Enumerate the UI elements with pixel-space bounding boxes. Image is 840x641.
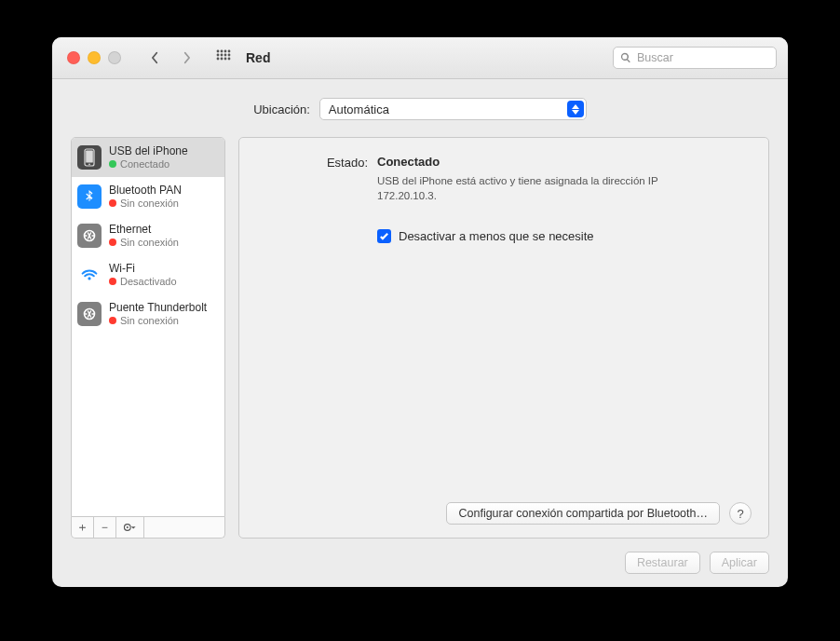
search-field[interactable]: Buscar xyxy=(613,47,777,69)
status-row: Estado: Conectado USB del iPhone está ac… xyxy=(256,155,752,203)
interface-actions-button[interactable] xyxy=(116,517,144,538)
wifi-icon xyxy=(77,263,102,287)
location-popup[interactable]: Automática xyxy=(319,98,587,120)
detail-bottom-bar: Configurar conexión compartida por Bluet… xyxy=(256,502,752,525)
preferences-window: Red Buscar Ubicación: Automática xyxy=(52,37,788,587)
window-controls xyxy=(67,51,121,64)
svg-point-3 xyxy=(228,49,231,52)
interface-item-wifi[interactable]: Wi-Fi Desactivado xyxy=(72,255,224,294)
apply-button[interactable]: Aplicar xyxy=(710,552,769,574)
gear-menu-icon xyxy=(123,523,138,532)
revert-button[interactable]: Restaurar xyxy=(625,552,700,574)
interface-status: Sin conexión xyxy=(120,315,179,327)
location-value: Automática xyxy=(329,102,389,116)
search-placeholder: Buscar xyxy=(637,51,673,64)
svg-point-5 xyxy=(221,53,224,56)
status-value: Conectado xyxy=(377,155,752,169)
interface-status: Sin conexión xyxy=(120,237,179,249)
status-key: Estado: xyxy=(256,155,368,203)
minimize-window-button[interactable] xyxy=(88,51,101,64)
back-button[interactable] xyxy=(143,47,166,69)
popup-arrows-icon xyxy=(567,101,584,117)
svg-point-7 xyxy=(228,53,231,56)
svg-rect-13 xyxy=(86,151,93,163)
interface-sidebar: USB del iPhone Conectado Bluetooth PAN S… xyxy=(71,137,225,539)
location-row: Ubicación: Automática xyxy=(71,98,769,120)
interface-item-ethernet[interactable]: Ethernet Sin conexión xyxy=(72,216,224,255)
svg-point-2 xyxy=(224,49,227,52)
interface-item-iphone-usb[interactable]: USB del iPhone Conectado xyxy=(72,138,224,177)
svg-point-1 xyxy=(221,49,224,52)
svg-point-6 xyxy=(224,53,227,56)
status-dot-icon xyxy=(109,278,116,285)
status-dot-icon xyxy=(109,317,116,324)
titlebar: Red Buscar xyxy=(52,37,788,79)
interface-name: Puente Thunderbolt xyxy=(109,302,207,315)
help-button[interactable]: ? xyxy=(729,502,752,525)
forward-button xyxy=(175,47,197,69)
svg-point-18 xyxy=(126,526,128,528)
window-title: Red xyxy=(246,50,270,65)
status-dot-icon xyxy=(109,239,116,246)
svg-point-9 xyxy=(221,57,224,60)
ethernet-icon xyxy=(77,224,102,248)
interface-name: Wi-Fi xyxy=(109,263,177,276)
status-dot-icon xyxy=(109,199,116,207)
interface-name: USB del iPhone xyxy=(109,145,188,158)
add-interface-button[interactable]: ＋ xyxy=(72,517,94,538)
configure-bluetooth-button[interactable]: Configurar conexión compartida por Bluet… xyxy=(446,502,720,525)
svg-point-14 xyxy=(88,163,90,165)
interface-name: Bluetooth PAN xyxy=(109,184,182,198)
disable-unless-needed-row[interactable]: Desactivar a menos que se necesite xyxy=(377,229,752,243)
svg-point-11 xyxy=(228,57,231,60)
interface-status: Sin conexión xyxy=(120,198,179,210)
interface-item-bluetooth-pan[interactable]: Bluetooth PAN Sin conexión xyxy=(72,177,224,216)
footer-buttons: Restaurar Aplicar xyxy=(71,552,769,574)
columns: USB del iPhone Conectado Bluetooth PAN S… xyxy=(71,137,769,539)
checkbox-label: Desactivar a menos que se necesite xyxy=(399,229,594,243)
interface-status: Desactivado xyxy=(120,276,177,288)
svg-point-8 xyxy=(217,57,220,60)
iphone-icon xyxy=(77,145,102,170)
show-all-button[interactable] xyxy=(216,49,231,67)
svg-point-4 xyxy=(217,53,220,56)
interface-list-toolbar: ＋ － xyxy=(71,517,225,539)
zoom-window-button xyxy=(108,51,121,64)
remove-interface-button[interactable]: － xyxy=(94,517,116,538)
status-dot-icon xyxy=(109,160,116,168)
interface-item-thunderbolt-bridge[interactable]: Puente Thunderbolt Sin conexión xyxy=(72,294,224,334)
svg-point-10 xyxy=(224,57,227,60)
interface-name: Ethernet xyxy=(109,224,179,237)
location-label: Ubicación: xyxy=(253,102,310,116)
interface-status: Conectado xyxy=(120,158,169,170)
bluetooth-icon xyxy=(77,184,102,209)
content-area: Ubicación: Automática USB del xyxy=(52,79,788,587)
thunderbolt-bridge-icon xyxy=(77,302,102,326)
svg-point-0 xyxy=(217,49,220,52)
interface-detail-pane: Estado: Conectado USB del iPhone está ac… xyxy=(238,137,769,539)
search-icon xyxy=(620,52,631,63)
interface-list[interactable]: USB del iPhone Conectado Bluetooth PAN S… xyxy=(71,137,225,517)
close-window-button[interactable] xyxy=(67,51,80,64)
checkbox-checked-icon[interactable] xyxy=(377,229,391,243)
status-description: USB del iPhone está activo y tiene asign… xyxy=(377,174,694,203)
